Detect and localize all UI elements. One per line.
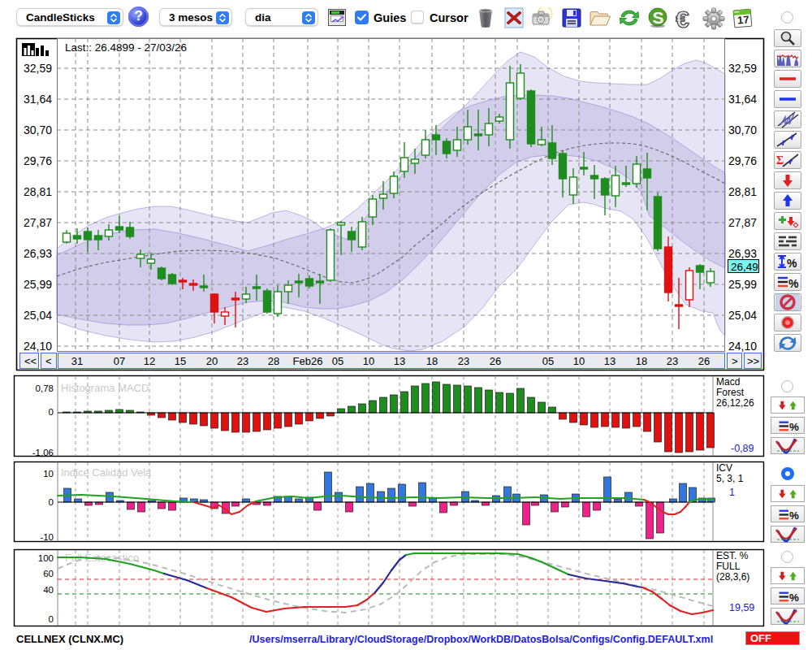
- svg-text:18: 18: [636, 355, 647, 367]
- svg-text:0: 0: [49, 407, 54, 417]
- svg-text:31,64: 31,64: [728, 93, 757, 106]
- svg-text:>>: >>: [747, 355, 759, 367]
- svg-text:32,59: 32,59: [728, 62, 757, 75]
- svg-text:32,59: 32,59: [24, 62, 52, 75]
- svg-text:28,81: 28,81: [728, 185, 757, 198]
- svg-text:31,64: 31,64: [24, 93, 52, 106]
- svg-text:0: 0: [49, 614, 54, 624]
- svg-text:28,81: 28,81: [24, 185, 52, 198]
- svg-text:5, 3, 1: 5, 3, 1: [716, 473, 744, 484]
- svg-text:23: 23: [458, 355, 469, 367]
- svg-text:25,04: 25,04: [728, 309, 757, 322]
- svg-text:05: 05: [542, 355, 554, 367]
- svg-text:25,04: 25,04: [24, 309, 52, 322]
- svg-text:27,87: 27,87: [24, 216, 52, 229]
- svg-text:26,12,26: 26,12,26: [716, 397, 754, 409]
- svg-text:0: 0: [49, 497, 54, 507]
- svg-text:(28,3,6): (28,3,6): [716, 571, 749, 583]
- svg-text:20: 20: [206, 355, 218, 367]
- svg-text:30,70: 30,70: [24, 124, 52, 136]
- svg-text:18: 18: [426, 355, 438, 367]
- svg-text:Forest: Forest: [716, 387, 745, 398]
- svg-text:Indice Calidad Vela: Indice Calidad Vela: [61, 466, 152, 479]
- svg-text:26,49: 26,49: [731, 261, 758, 273]
- svg-text:25,99: 25,99: [728, 278, 757, 291]
- svg-text:100: 100: [38, 553, 54, 563]
- svg-text:Σ: Σ: [776, 154, 784, 167]
- svg-text:15: 15: [175, 355, 186, 367]
- svg-text:26: 26: [490, 355, 501, 367]
- svg-text:Feb26: Feb26: [293, 355, 323, 367]
- svg-text:24,10: 24,10: [728, 340, 757, 353]
- svg-text:>: >: [732, 355, 738, 367]
- svg-text:<: <: [45, 355, 52, 367]
- svg-text:27,87: 27,87: [728, 216, 757, 229]
- svg-text:12: 12: [144, 355, 155, 367]
- svg-text:ICV: ICV: [716, 462, 732, 474]
- svg-text:%: %: [789, 509, 799, 522]
- svg-text:%: %: [788, 277, 799, 290]
- svg-text:26,93: 26,93: [728, 247, 757, 260]
- svg-text:%: %: [787, 257, 797, 270]
- svg-text:-0,89: -0,89: [731, 443, 754, 454]
- svg-text:23: 23: [237, 355, 248, 367]
- svg-text:-10: -10: [40, 532, 54, 542]
- svg-text:Last:: 26.4899 - 27/03/26: Last:: 26.4899 - 27/03/26: [65, 41, 187, 54]
- svg-text:24,10: 24,10: [24, 340, 52, 353]
- svg-text:EST. %: EST. %: [716, 550, 749, 561]
- svg-text:28: 28: [268, 355, 279, 367]
- svg-text:1: 1: [729, 487, 735, 498]
- svg-text:30,70: 30,70: [728, 124, 757, 136]
- svg-text:26,93: 26,93: [24, 247, 52, 260]
- svg-text:<<: <<: [24, 355, 37, 367]
- svg-text:40: 40: [43, 585, 54, 595]
- svg-text:29,76: 29,76: [728, 154, 757, 167]
- svg-text:07: 07: [114, 355, 125, 367]
- svg-text:%: %: [789, 421, 799, 433]
- svg-text:10: 10: [573, 355, 585, 367]
- svg-text:13: 13: [604, 355, 615, 367]
- svg-text:23: 23: [667, 355, 678, 367]
- svg-text:Macd: Macd: [716, 376, 740, 388]
- svg-text:10: 10: [363, 355, 374, 367]
- svg-text:31: 31: [71, 355, 83, 367]
- svg-text:-1,06: -1,06: [32, 448, 54, 457]
- svg-text:10: 10: [43, 469, 54, 479]
- svg-text:29,76: 29,76: [24, 154, 52, 167]
- svg-text:05: 05: [332, 355, 343, 367]
- svg-text:%: %: [789, 592, 799, 604]
- svg-text:26: 26: [698, 355, 710, 367]
- svg-text:25,99: 25,99: [24, 278, 52, 291]
- svg-text:19,59: 19,59: [729, 602, 754, 613]
- svg-text:60: 60: [43, 569, 54, 578]
- svg-text:13: 13: [394, 355, 405, 367]
- svg-text:Histograma MACD: Histograma MACD: [61, 382, 149, 394]
- svg-text:FULL: FULL: [716, 561, 741, 572]
- svg-text:0,78: 0,78: [36, 384, 54, 393]
